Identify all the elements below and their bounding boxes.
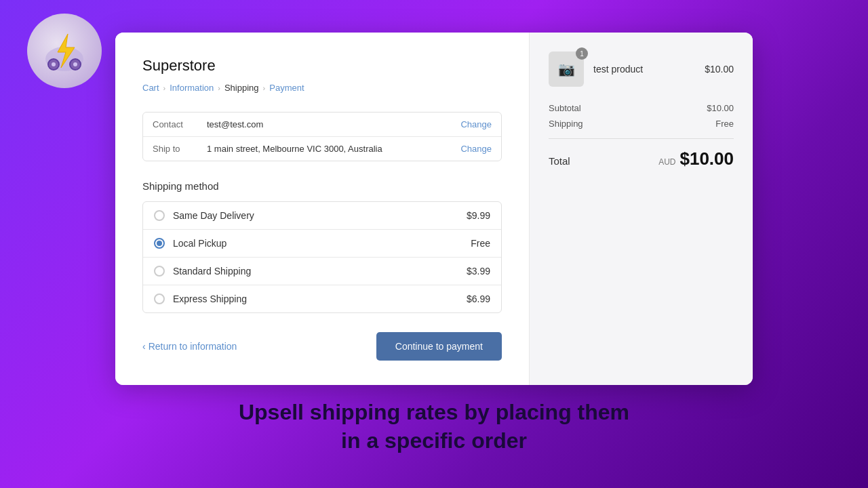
shipping-option-same-day[interactable]: Same Day Delivery $9.99 (143, 202, 501, 230)
total-amount-area: AUD $10.00 (658, 148, 734, 169)
store-title: Superstore (142, 57, 502, 75)
bottom-text: Upsell shipping rates by placing them in… (198, 399, 670, 455)
breadcrumb: Cart › Information › Shipping › Payment (142, 83, 502, 93)
actions-row: ‹ Return to information Continue to paym… (142, 332, 502, 361)
info-table: Contact test@test.com Change Ship to 1 m… (142, 112, 502, 161)
shipping-option-standard[interactable]: Standard Shipping $3.99 (143, 258, 501, 285)
subtotal-row: Subtotal $10.00 (549, 103, 734, 113)
ship-to-label: Ship to (153, 144, 207, 154)
svg-point-4 (52, 62, 56, 66)
shipping-value: Free (715, 119, 734, 129)
shipping-row: Shipping Free (549, 119, 734, 129)
product-badge: 1 (576, 47, 588, 60)
shipping-price-standard: $3.99 (467, 266, 490, 277)
radio-standard[interactable] (154, 266, 165, 277)
ship-to-row: Ship to 1 main street, Melbourne VIC 300… (143, 137, 501, 161)
shipping-options: Same Day Delivery $9.99 Local Pickup Fre… (142, 201, 502, 313)
shipping-section-title: Shipping method (142, 180, 502, 192)
shipping-name-local-pickup: Local Pickup (173, 238, 471, 249)
main-card: Superstore Cart › Information › Shipping… (115, 33, 753, 385)
breadcrumb-sep-1: › (163, 84, 166, 92)
total-amount: $10.00 (679, 148, 734, 169)
breadcrumb-sep-2: › (218, 84, 220, 92)
contact-change[interactable]: Change (460, 119, 492, 129)
ship-to-value: 1 main street, Melbourne VIC 3000, Austr… (207, 144, 460, 154)
breadcrumb-payment[interactable]: Payment (269, 83, 304, 93)
breadcrumb-information[interactable]: Information (170, 83, 214, 93)
shipping-name-express: Express Shipping (173, 293, 467, 304)
summary-panel: 📷 1 test product $10.00 Subtotal $10.00 … (529, 33, 753, 385)
logo (27, 14, 102, 88)
total-row: Total AUD $10.00 (549, 148, 734, 169)
total-currency: AUD (658, 157, 675, 167)
contact-row: Contact test@test.com Change (143, 113, 501, 137)
return-label: Return to information (149, 341, 237, 352)
checkout-panel: Superstore Cart › Information › Shipping… (115, 33, 529, 385)
radio-express[interactable] (154, 293, 165, 304)
contact-label: Contact (153, 119, 207, 129)
shipping-name-same-day: Same Day Delivery (173, 210, 467, 221)
shipping-price-express: $6.99 (467, 293, 490, 304)
shipping-price-local-pickup: Free (471, 238, 490, 249)
breadcrumb-sep-3: › (263, 84, 266, 92)
continue-button[interactable]: Continue to payment (376, 332, 502, 361)
return-chevron-icon: ‹ (142, 341, 146, 352)
shipping-price-same-day: $9.99 (467, 210, 490, 221)
product-image: 📷 1 (549, 52, 584, 87)
svg-point-5 (73, 62, 77, 66)
return-link[interactable]: ‹ Return to information (142, 341, 237, 352)
camera-icon: 📷 (558, 61, 575, 77)
bottom-line2: in a specific order (341, 428, 527, 453)
shipping-option-local-pickup[interactable]: Local Pickup Free (143, 230, 501, 258)
bottom-line1: Upsell shipping rates by placing them (239, 400, 629, 424)
subtotal-value: $10.00 (707, 103, 734, 113)
product-row: 📷 1 test product $10.00 (549, 52, 734, 87)
breadcrumb-shipping: Shipping (224, 83, 259, 93)
shipping-label: Shipping (549, 119, 583, 129)
shipping-name-standard: Standard Shipping (173, 266, 467, 277)
subtotal-label: Subtotal (549, 103, 581, 113)
contact-value: test@test.com (207, 119, 460, 129)
summary-divider (549, 138, 734, 139)
ship-to-change[interactable]: Change (460, 144, 492, 154)
total-label: Total (549, 155, 570, 167)
breadcrumb-cart[interactable]: Cart (142, 83, 159, 93)
shipping-option-express[interactable]: Express Shipping $6.99 (143, 285, 501, 312)
product-name: test product (593, 64, 705, 75)
product-price: $10.00 (705, 64, 734, 75)
radio-same-day[interactable] (154, 210, 165, 221)
radio-local-pickup[interactable] (154, 238, 165, 249)
